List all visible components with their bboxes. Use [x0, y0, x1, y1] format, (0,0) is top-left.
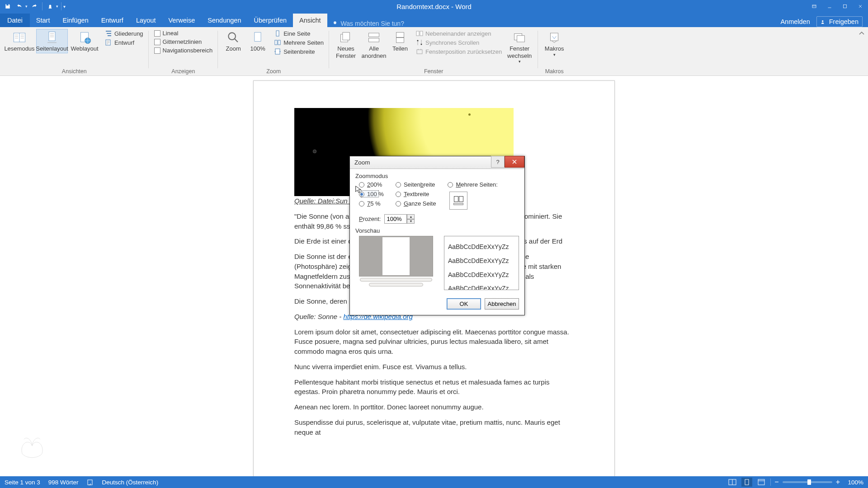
zoom-button[interactable]: Zoom [222, 29, 245, 52]
zoom-dialog-titlebar[interactable]: Zoom ? [350, 156, 524, 169]
svg-rect-13 [275, 49, 280, 54]
radio-textbreite[interactable]: Textbreite [396, 191, 436, 197]
watermark-logo [16, 428, 48, 460]
tab-start[interactable]: Start [30, 14, 57, 27]
multi-page-picker[interactable] [449, 192, 467, 210]
lesemodus-button[interactable]: Lesemodus [4, 29, 35, 52]
minimize-button[interactable] [822, 0, 837, 13]
tab-einfuegen[interactable]: Einfügen [56, 14, 94, 27]
hundred-percent-button[interactable]: 100% [246, 29, 269, 52]
language-indicator[interactable]: Deutsch (Österreich) [102, 479, 159, 486]
page-icon [44, 30, 60, 45]
ribbon-display-options[interactable] [807, 0, 822, 13]
undo-dropdown[interactable]: ▾ [25, 4, 28, 9]
weblayout-button[interactable]: Weblayout [69, 29, 100, 52]
tab-strip: Datei Start Einfügen Entwurf Layout Verw… [0, 13, 868, 27]
read-mode-view[interactable] [727, 478, 738, 487]
radio-seitenbreite[interactable]: Seitenbreite [396, 181, 436, 188]
tab-sendungen[interactable]: Sendungen [201, 14, 247, 27]
nebeneinander-button[interactable]: Nebeneinander anzeigen [414, 29, 504, 38]
vorschau-label: Vorschau [355, 227, 519, 234]
dialog-close-button[interactable] [505, 156, 524, 168]
page-width-icon [274, 48, 281, 55]
gitternetzlinien-checkbox[interactable]: Gitternetzlinien [152, 38, 215, 46]
radio-ganze-seite[interactable]: Ganze Seite [396, 200, 436, 207]
svg-rect-0 [812, 5, 816, 8]
outline-icon [105, 30, 112, 37]
zoom-slider[interactable] [783, 481, 832, 483]
qat-customize-dropdown[interactable]: ▾ [63, 4, 66, 9]
maximize-button[interactable] [837, 0, 853, 13]
entwurf-button[interactable]: Entwurf [103, 38, 145, 47]
print-layout-view[interactable] [741, 478, 752, 487]
undo-button[interactable] [14, 1, 24, 11]
spellcheck-icon [87, 479, 94, 486]
zoom-font-preview: AaBbCcDdEeXxYyZz AaBbCcDdEeXxYyZz AaBbCc… [444, 236, 519, 290]
radio-75[interactable]: 75 % [359, 200, 384, 207]
radio-200[interactable]: 200% [359, 181, 384, 188]
status-bar: Seite 1 von 3 998 Wörter Deutsch (Österr… [0, 476, 868, 488]
spinner-up[interactable]: ▲ [407, 214, 415, 219]
touch-mode-button[interactable] [45, 1, 55, 11]
navigationsbereich-checkbox[interactable]: Navigationsbereich [152, 46, 215, 55]
eine-seite-button[interactable]: Eine Seite [272, 29, 326, 38]
save-button[interactable] [3, 1, 13, 11]
fenster-wechseln-button[interactable]: Fenster wechseln▾ [505, 29, 534, 64]
cancel-button[interactable]: Abbrechen [485, 298, 519, 310]
neues-fenster-button[interactable]: Neues Fenster [333, 29, 359, 59]
dialog-help-button[interactable]: ? [491, 156, 505, 168]
ok-button[interactable]: OK [447, 298, 481, 310]
tab-ansicht[interactable]: Ansicht [293, 14, 327, 27]
zoom-percentage[interactable]: 100% [844, 479, 863, 486]
signin-link[interactable]: Anmelden [780, 18, 810, 25]
ribbon-group-makros: Makros▾ Makros [538, 27, 571, 75]
arrange-all-icon [366, 30, 382, 45]
zoom-slider-thumb[interactable] [807, 479, 811, 485]
fensterposition-button[interactable]: Fensterposition zurücksetzen [414, 47, 504, 56]
word-count[interactable]: 998 Wörter [48, 479, 79, 486]
prozent-input[interactable] [384, 214, 407, 224]
globe-page-icon [77, 30, 92, 45]
radio-mehrere-seiten[interactable]: Mehrere Seiten: [448, 181, 498, 188]
seitenbreite-button[interactable]: Seitenbreite [272, 47, 326, 56]
alle-anordnen-button[interactable]: Alle anordnen [360, 29, 388, 59]
sync-scroll-icon [416, 39, 423, 46]
window-controls [807, 0, 868, 13]
share-icon [821, 19, 827, 25]
group-label-ansichten: Ansichten [0, 68, 149, 75]
seitenlayout-button[interactable]: Seitenlayout [36, 29, 68, 53]
collapse-ribbon-button[interactable] [858, 30, 865, 37]
touch-mode-dropdown[interactable]: ▾ [56, 4, 58, 9]
svg-point-8 [229, 33, 236, 40]
synchrones-scrollen-button[interactable]: Synchrones Scrollen [414, 38, 504, 47]
spinner-down[interactable]: ▼ [407, 219, 415, 224]
radio-100[interactable]: 100 % [359, 191, 384, 197]
gliederung-button[interactable]: Gliederung [103, 29, 145, 38]
file-tab[interactable]: Datei [0, 14, 30, 27]
web-layout-view[interactable] [756, 478, 767, 487]
tab-ueberpruefen[interactable]: Überprüfen [247, 14, 293, 27]
window-close-button[interactable] [853, 0, 868, 13]
teilen-button[interactable]: Teilen [389, 29, 411, 52]
zoommodus-label: Zoommodus [355, 173, 519, 179]
qat-separator [42, 2, 42, 10]
ribbon-group-zoom: Zoom 100% Eine Seite Mehrere Seiten Seit… [218, 27, 329, 75]
book-icon [12, 30, 27, 45]
tab-verweise[interactable]: Verweise [162, 14, 201, 27]
side-by-side-icon [416, 30, 423, 37]
tell-me-search[interactable]: Was möchten Sie tun? [332, 20, 404, 27]
multi-page-icon [274, 39, 281, 46]
lineal-checkbox[interactable]: Lineal [152, 29, 215, 38]
page-indicator[interactable]: Seite 1 von 3 [5, 479, 40, 486]
makros-button[interactable]: Makros▾ [542, 29, 567, 57]
switch-windows-icon [512, 30, 527, 45]
tab-entwurf[interactable]: Entwurf [95, 14, 130, 27]
zoom-out-button[interactable]: − [774, 478, 778, 486]
tab-layout[interactable]: Layout [130, 14, 162, 27]
redo-button[interactable] [29, 1, 39, 11]
mehrere-seiten-button[interactable]: Mehrere Seiten [272, 38, 326, 47]
spellcheck-button[interactable] [87, 479, 94, 486]
zoom-in-button[interactable]: + [836, 478, 840, 486]
share-button[interactable]: Freigeben [816, 16, 863, 27]
prozent-spinner[interactable]: ▲▼ [384, 214, 415, 224]
